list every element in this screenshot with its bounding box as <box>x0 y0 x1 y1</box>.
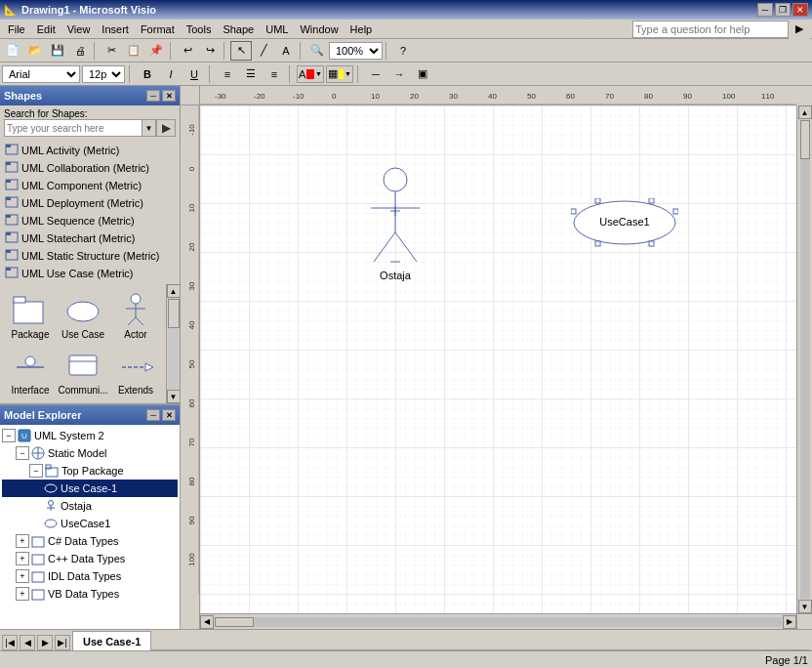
tree-item-uml-system[interactable]: − U UML System 2 <box>2 427 178 444</box>
paste-button[interactable]: 📌 <box>145 41 167 61</box>
scroll-up-button[interactable]: ▲ <box>167 284 181 298</box>
tree-toggle-system[interactable]: − <box>2 429 16 442</box>
align-right-button[interactable]: ≡ <box>264 64 285 84</box>
align-center-button[interactable]: ☰ <box>240 64 262 84</box>
zoom-combo[interactable]: 100% 75% 150% <box>329 42 383 60</box>
menu-edit[interactable]: Edit <box>31 21 61 37</box>
underline-button[interactable]: U <box>183 64 205 84</box>
redo-button[interactable]: ↪ <box>199 41 221 61</box>
shapes-category-activity[interactable]: UML Activity (Metric) <box>0 142 180 159</box>
h-scroll-thumb[interactable] <box>215 617 254 627</box>
tree-item-static-model[interactable]: − Static Model <box>2 444 178 462</box>
scroll-thumb[interactable] <box>168 299 180 328</box>
tree-item-vb[interactable]: + VB Data Types <box>2 585 178 603</box>
tree-item-use-case-1[interactable]: Use Case-1 <box>2 480 178 497</box>
copy-button[interactable]: 📋 <box>123 41 144 61</box>
new-button[interactable]: 📄 <box>2 41 23 61</box>
tree-toggle-static[interactable]: − <box>16 446 29 460</box>
explorer-minimize-button[interactable]: ─ <box>146 409 160 421</box>
tree-item-csharp[interactable]: + C# Data Types <box>2 532 178 550</box>
connector-button[interactable]: ╱ <box>253 41 274 61</box>
menu-format[interactable]: Format <box>135 21 181 37</box>
tree-item-usecase1[interactable]: UseCase1 <box>2 515 178 532</box>
canvas[interactable]: Ostaja UseC <box>200 105 796 613</box>
font-color-button[interactable]: A ▼ <box>297 65 324 83</box>
shape-extends[interactable]: Extends <box>109 344 162 399</box>
menu-window[interactable]: Window <box>294 21 344 37</box>
h-scroll-left-button[interactable]: ◀ <box>200 615 214 629</box>
menu-view[interactable]: View <box>61 21 97 37</box>
tab-use-case-1[interactable]: Use Case-1 <box>72 631 151 650</box>
font-size-combo[interactable]: 12pt <box>82 65 125 83</box>
actor-figure[interactable]: Ostaja <box>366 164 425 291</box>
tree-item-idl[interactable]: + IDL Data Types <box>2 567 178 585</box>
text-button[interactable]: A <box>275 41 297 61</box>
shape-interface[interactable]: Interface <box>4 344 57 399</box>
pointer-button[interactable]: ↖ <box>230 41 252 61</box>
tree-toggle-vb[interactable]: + <box>16 587 29 601</box>
shadow-button[interactable]: ▣ <box>412 64 433 84</box>
undo-button[interactable]: ↩ <box>177 41 198 61</box>
status-bar: Page 1/1 <box>0 650 812 668</box>
shapes-category-static-structure[interactable]: UML Static Structure (Metric) <box>0 247 180 265</box>
tree-item-cpp[interactable]: + C++ Data Types <box>2 550 178 567</box>
usecase-shape[interactable]: UseCase1 <box>571 198 678 247</box>
tree-item-ostaja[interactable]: Ostaja <box>2 497 178 515</box>
search-go-button[interactable]: ▶ <box>156 119 176 137</box>
tab-last-button[interactable]: ▶| <box>55 635 70 650</box>
v-scroll-up-button[interactable]: ▲ <box>798 105 812 119</box>
close-button[interactable]: ✕ <box>792 3 808 17</box>
shape-usecase[interactable]: Use Case <box>57 288 109 344</box>
shapes-category-component[interactable]: UML Component (Metric) <box>0 177 180 194</box>
menu-insert[interactable]: Insert <box>96 21 135 37</box>
h-scroll-right-button[interactable]: ▶ <box>783 615 796 629</box>
menu-help[interactable]: Help <box>345 21 379 37</box>
open-button[interactable]: 📂 <box>24 41 46 61</box>
line-style-button[interactable]: ─ <box>365 64 386 84</box>
search-input[interactable] <box>4 119 142 137</box>
tab-first-button[interactable]: |◀ <box>2 635 18 650</box>
line-ends-button[interactable]: → <box>388 64 410 84</box>
explorer-close-button[interactable]: ✕ <box>162 409 176 421</box>
search-dropdown-button[interactable]: ▼ <box>142 119 156 137</box>
print-button[interactable]: 🖨 <box>69 41 91 61</box>
tab-prev-button[interactable]: ◀ <box>20 635 35 650</box>
restore-button[interactable]: ❐ <box>775 3 791 17</box>
italic-button[interactable]: I <box>160 64 182 84</box>
cut-button[interactable]: ✂ <box>101 41 122 61</box>
v-scroll-thumb[interactable] <box>800 120 810 159</box>
tree-toggle-package[interactable]: − <box>29 464 43 478</box>
tree-item-top-package[interactable]: − Top Package <box>2 462 178 480</box>
help-button[interactable]: ? <box>392 41 414 61</box>
font-combo[interactable]: Arial <box>2 65 80 83</box>
fill-color-button[interactable]: ▦ ▼ <box>326 65 353 83</box>
tree-toggle-csharp[interactable]: + <box>16 534 29 548</box>
shapes-category-collaboration[interactable]: UML Collaboration (Metric) <box>0 159 180 177</box>
tree-toggle-cpp[interactable]: + <box>16 552 29 565</box>
shape-communication[interactable]: Communi... <box>57 344 109 399</box>
tree-toggle-idl[interactable]: + <box>16 569 29 583</box>
menu-tools[interactable]: Tools <box>181 21 218 37</box>
scroll-down-button[interactable]: ▼ <box>167 390 181 403</box>
shapes-category-sequence[interactable]: UML Sequence (Metric) <box>0 212 180 230</box>
minimize-button[interactable]: ─ <box>757 3 773 17</box>
shapes-close-button[interactable]: ✕ <box>162 90 176 102</box>
bold-button[interactable]: B <box>137 64 158 84</box>
align-left-button[interactable]: ≡ <box>217 64 238 84</box>
shapes-minimize-button[interactable]: ─ <box>146 90 160 102</box>
zoom-in-button[interactable]: 🔍 <box>306 41 328 61</box>
help-arrow-button[interactable]: ▶ <box>789 20 810 39</box>
shape-package[interactable]: Package <box>4 288 57 344</box>
shape-actor[interactable]: Actor <box>109 288 162 344</box>
package-icon <box>13 292 48 327</box>
v-scroll-down-button[interactable]: ▼ <box>798 600 812 613</box>
shapes-category-deployment[interactable]: UML Deployment (Metric) <box>0 194 180 212</box>
menu-file[interactable]: File <box>2 21 31 37</box>
help-search-input[interactable] <box>632 21 789 38</box>
shapes-category-use-case[interactable]: UML Use Case (Metric) <box>0 265 180 282</box>
shapes-category-statechart[interactable]: UML Statechart (Metric) <box>0 230 180 247</box>
save-button[interactable]: 💾 <box>47 41 68 61</box>
menu-shape[interactable]: Shape <box>217 21 260 37</box>
tab-next-button[interactable]: ▶ <box>37 635 53 650</box>
menu-uml[interactable]: UML <box>260 21 294 37</box>
